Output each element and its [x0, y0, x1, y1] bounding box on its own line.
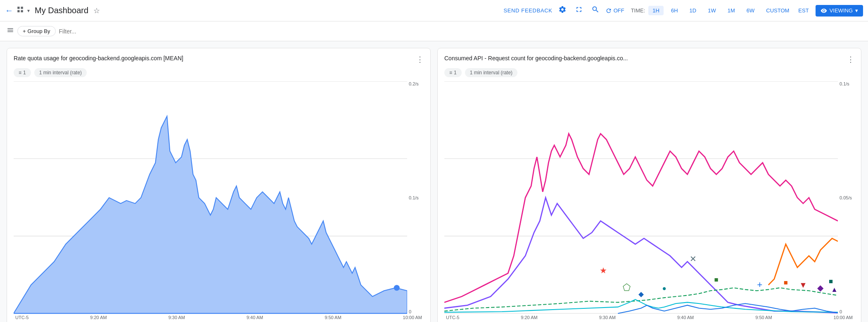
- card-1-interval-chip[interactable]: 1 min interval (rate): [34, 68, 87, 77]
- chart2-y-mid: 0.05/s: [840, 195, 854, 200]
- grid-dropdown[interactable]: ▾: [27, 8, 30, 14]
- card-1-menu-icon[interactable]: ⋮: [416, 55, 424, 64]
- svg-text:◆: ◆: [817, 283, 824, 292]
- back-button[interactable]: ←: [5, 6, 13, 15]
- refresh-label: OFF: [614, 7, 624, 14]
- time-6w-button[interactable]: 6W: [742, 6, 759, 15]
- svg-rect-2: [17, 10, 19, 12]
- chart-2-x-labels: UTC-5 9:20 AM 9:30 AM 9:40 AM 9:50 AM 10…: [444, 315, 854, 320]
- card-2-chips: ≡ 1 1 min interval (rate): [444, 68, 854, 77]
- time-label: TIME:: [631, 7, 645, 14]
- grid-icon[interactable]: [17, 6, 24, 15]
- time-1h-button[interactable]: 1H: [648, 6, 664, 15]
- filter-chip-2-icon: ≡: [449, 70, 452, 76]
- svg-text:⬠: ⬠: [623, 282, 631, 293]
- filter-chip-icon: ≡: [19, 70, 21, 76]
- svg-text:■: ■: [714, 276, 719, 284]
- filter-bar: + Group By: [0, 21, 868, 41]
- card-2-header: Consumed API - Request count for geocodi…: [444, 55, 854, 64]
- chart2-y-min: 0: [840, 309, 854, 314]
- card-1-chips: ≡ 1 1 min interval (rate): [14, 68, 424, 77]
- card-2-menu-icon[interactable]: ⋮: [847, 55, 854, 64]
- chart-2-svg: ★ ⬠ ◆ ● ✕ ■ + ■: [444, 81, 838, 314]
- chart-card-2: Consumed API - Request count for geocodi…: [437, 48, 861, 322]
- group-by-label: Group By: [28, 28, 50, 34]
- chart-1-x-labels: UTC-5 9:20 AM 9:30 AM 9:40 AM 9:50 AM 10…: [14, 315, 424, 320]
- time-1w-button[interactable]: 1W: [704, 6, 720, 15]
- svg-point-9: [394, 285, 400, 291]
- card-1-header: Rate quota usage for geocoding-backend.g…: [14, 55, 424, 64]
- chart1-y-mid: 0.1/s: [409, 195, 424, 200]
- svg-text:+: +: [757, 279, 762, 290]
- interval-chip-2-label: 1 min interval (rate): [470, 70, 512, 76]
- search-icon[interactable]: [589, 3, 602, 18]
- time-custom-button[interactable]: CUSTOM: [762, 6, 793, 15]
- send-feedback-button[interactable]: SEND FEEDBACK: [503, 7, 552, 14]
- filter-input[interactable]: [59, 28, 861, 35]
- card-1-title: Rate quota usage for geocoding-backend.g…: [14, 55, 183, 62]
- main-content: Rate quota usage for geocoding-backend.g…: [0, 41, 868, 322]
- chart1-y-min: 0: [409, 309, 424, 314]
- plus-icon: +: [23, 28, 26, 34]
- svg-text:★: ★: [600, 266, 607, 275]
- timezone-button[interactable]: EST: [798, 7, 809, 14]
- card-2-interval-chip[interactable]: 1 min interval (rate): [465, 68, 517, 77]
- svg-marker-8: [14, 116, 407, 314]
- svg-text:◆: ◆: [638, 290, 644, 298]
- time-1d-button[interactable]: 1D: [685, 6, 701, 15]
- card-2-filter-chip[interactable]: ≡ 1: [444, 68, 462, 77]
- svg-text:●: ●: [662, 284, 666, 292]
- chart2-y-max: 0.1/s: [840, 81, 854, 86]
- time-6h-button[interactable]: 6H: [667, 6, 682, 15]
- interval-chip-label: 1 min interval (rate): [39, 70, 82, 76]
- svg-rect-0: [17, 7, 19, 9]
- svg-rect-1: [21, 7, 23, 9]
- card-2-title: Consumed API - Request count for geocodi…: [444, 55, 628, 62]
- svg-text:■: ■: [784, 279, 788, 286]
- filter-chip-2-value: 1: [454, 70, 457, 76]
- viewing-button[interactable]: VIEWING ▾: [816, 5, 863, 17]
- svg-rect-3: [21, 10, 23, 12]
- hamburger-icon[interactable]: [7, 26, 14, 36]
- group-by-button[interactable]: + Group By: [17, 26, 56, 36]
- svg-text:✕: ✕: [690, 254, 697, 263]
- chart-card-1: Rate quota usage for geocoding-backend.g…: [7, 48, 431, 322]
- chart1-y-max: 0.2/s: [409, 81, 424, 86]
- card-1-filter-chip[interactable]: ≡ 1: [14, 68, 31, 77]
- svg-text:▲: ▲: [831, 286, 838, 294]
- settings-icon[interactable]: [556, 3, 569, 18]
- svg-text:▼: ▼: [799, 280, 807, 289]
- refresh-button[interactable]: OFF: [605, 7, 624, 14]
- filter-chip-value: 1: [23, 70, 26, 76]
- viewing-dropdown-icon: ▾: [855, 7, 858, 14]
- top-nav: ← ▾ My Dashboard ☆ SEND FEEDBACK OFF TIM…: [0, 0, 868, 21]
- chart-1-svg: [14, 81, 407, 314]
- page-title: My Dashboard: [35, 6, 88, 15]
- fullscreen-icon[interactable]: [572, 3, 586, 18]
- star-icon[interactable]: ☆: [93, 6, 100, 15]
- time-1m-button[interactable]: 1M: [723, 6, 739, 15]
- svg-text:■: ■: [829, 277, 833, 285]
- viewing-label: VIEWING: [830, 7, 853, 14]
